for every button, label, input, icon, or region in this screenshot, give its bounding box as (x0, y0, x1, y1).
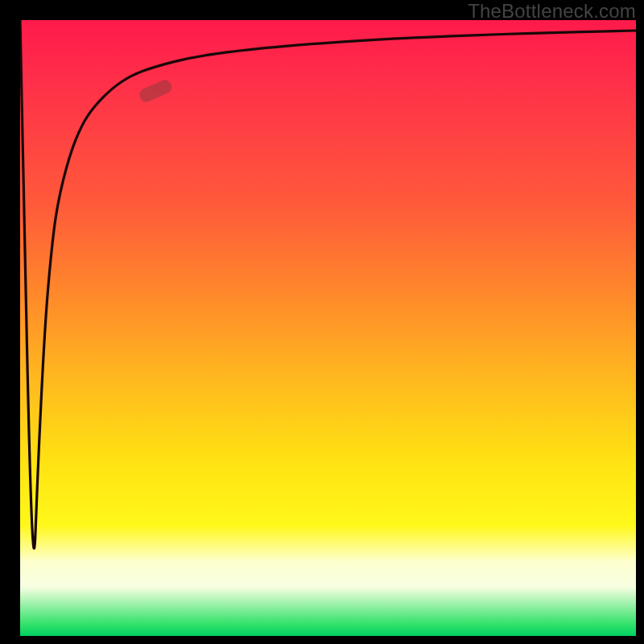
bottleneck-curve (20, 20, 636, 548)
curve-marker (138, 78, 174, 105)
watermark-text: TheBottleneck.com (468, 0, 636, 23)
curve-layer (20, 20, 636, 636)
plot-area (20, 20, 636, 636)
chart-frame: TheBottleneck.com (0, 0, 644, 644)
